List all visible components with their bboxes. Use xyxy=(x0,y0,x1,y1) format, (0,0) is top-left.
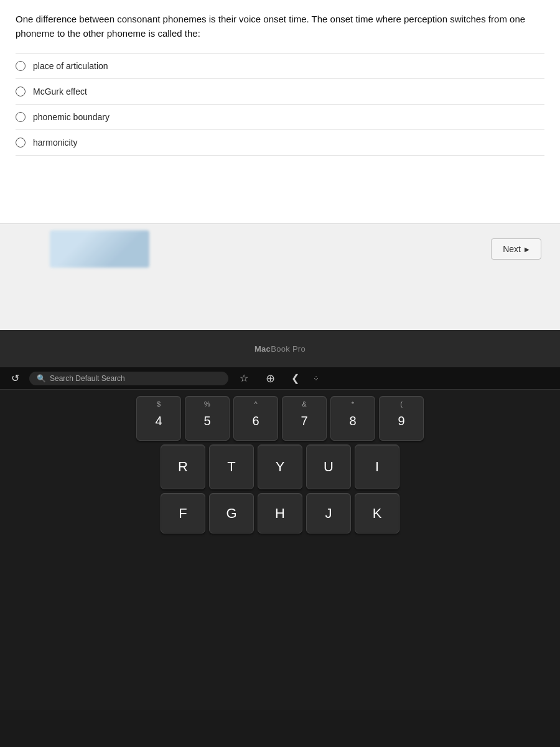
key-h[interactable]: H xyxy=(258,493,302,533)
quiz-container: One difference between consonant phoneme… xyxy=(0,0,560,224)
key-y[interactable]: Y xyxy=(258,444,302,489)
key-9[interactable]: ( 9 xyxy=(379,396,424,441)
key-k[interactable]: K xyxy=(355,493,399,533)
key-4[interactable]: $ 4 xyxy=(136,396,181,441)
key-i-label: I xyxy=(375,459,379,475)
key-8-main: 8 xyxy=(349,414,356,428)
key-7-shift: & xyxy=(302,400,306,408)
question-text: One difference between consonant phoneme… xyxy=(16,12,544,40)
key-k-label: K xyxy=(373,505,382,522)
chevron-left-icon[interactable]: ❮ xyxy=(286,370,304,387)
key-8[interactable]: * 8 xyxy=(330,396,375,441)
number-row: $ 4 % 5 ^ 6 & 7 * 8 ( 9 xyxy=(9,396,551,441)
option-list: place of articulation McGurk effect phon… xyxy=(16,53,544,156)
next-button-label: Next xyxy=(503,244,521,254)
key-5[interactable]: % 5 xyxy=(185,396,230,441)
blur-image xyxy=(50,230,149,268)
key-7[interactable]: & 7 xyxy=(282,396,327,441)
star-icon[interactable]: ☆ xyxy=(233,370,254,387)
macbook-label: MacBook Pro xyxy=(254,344,306,354)
macbook-model: Book Pro xyxy=(271,344,306,354)
key-7-main: 7 xyxy=(301,414,307,428)
keyboard-wrapper: ↺ 🔍 Search Default Search ☆ ⊕ ❮ ⁘ $ 4 % … xyxy=(0,367,560,710)
option-item-b[interactable]: McGurk effect xyxy=(16,78,544,104)
radio-b[interactable] xyxy=(16,87,26,96)
key-u-label: U xyxy=(324,459,334,475)
next-arrow-icon: ▶ xyxy=(525,246,530,253)
key-t-label: T xyxy=(227,459,235,475)
key-r-label: R xyxy=(178,459,188,475)
option-label-a: place of articulation xyxy=(33,61,108,71)
key-u[interactable]: U xyxy=(306,444,351,489)
option-label-d: harmonicity xyxy=(33,138,78,148)
radio-a[interactable] xyxy=(16,61,26,71)
asdf-row: F G H J K xyxy=(9,493,551,533)
key-5-main: 5 xyxy=(203,414,210,428)
key-j[interactable]: J xyxy=(306,493,351,533)
touch-bar-search[interactable]: 🔍 Search Default Search xyxy=(29,372,228,385)
option-label-c: phonemic boundary xyxy=(33,112,110,122)
radio-c[interactable] xyxy=(16,112,26,122)
search-placeholder-text: Search Default Search xyxy=(50,374,125,383)
search-icon: 🔍 xyxy=(37,374,46,383)
laptop-bezel: MacBook Pro xyxy=(0,330,560,367)
qwerty-row: R T Y U I xyxy=(9,444,551,489)
grid-icon[interactable]: ⁘ xyxy=(309,372,323,385)
key-r[interactable]: R xyxy=(161,444,205,489)
screen-area: One difference between consonant phoneme… xyxy=(0,0,560,330)
key-y-label: Y xyxy=(276,459,285,475)
key-6-main: 6 xyxy=(252,414,259,428)
key-8-shift: * xyxy=(352,400,354,408)
key-t[interactable]: T xyxy=(209,444,254,489)
refresh-icon[interactable]: ↺ xyxy=(6,370,24,387)
keyboard-area: $ 4 % 5 ^ 6 & 7 * 8 ( 9 xyxy=(0,390,560,543)
key-i[interactable]: I xyxy=(355,444,399,489)
plus-circle-icon[interactable]: ⊕ xyxy=(259,369,281,388)
key-5-shift: % xyxy=(204,400,210,408)
radio-d[interactable] xyxy=(16,138,26,148)
key-6[interactable]: ^ 6 xyxy=(233,396,278,441)
macbook-brand: Mac xyxy=(254,344,271,354)
key-4-main: 4 xyxy=(155,414,162,428)
key-9-shift: ( xyxy=(400,400,403,408)
key-j-label: J xyxy=(325,505,332,522)
next-button[interactable]: Next ▶ xyxy=(491,238,541,260)
key-f[interactable]: F xyxy=(161,493,205,533)
key-f-label: F xyxy=(179,505,187,522)
touch-bar: ↺ 🔍 Search Default Search ☆ ⊕ ❮ ⁘ xyxy=(0,367,560,390)
option-item-a[interactable]: place of articulation xyxy=(16,53,544,78)
key-g-label: G xyxy=(226,505,236,522)
option-item-c[interactable]: phonemic boundary xyxy=(16,104,544,129)
key-9-main: 9 xyxy=(398,414,404,428)
key-6-shift: ^ xyxy=(254,400,257,408)
next-area: Next ▶ xyxy=(0,224,560,274)
key-4-shift: $ xyxy=(157,400,161,408)
option-label-b: McGurk effect xyxy=(33,87,87,96)
key-g[interactable]: G xyxy=(209,493,254,533)
option-item-d[interactable]: harmonicity xyxy=(16,129,544,156)
key-h-label: H xyxy=(275,505,285,522)
